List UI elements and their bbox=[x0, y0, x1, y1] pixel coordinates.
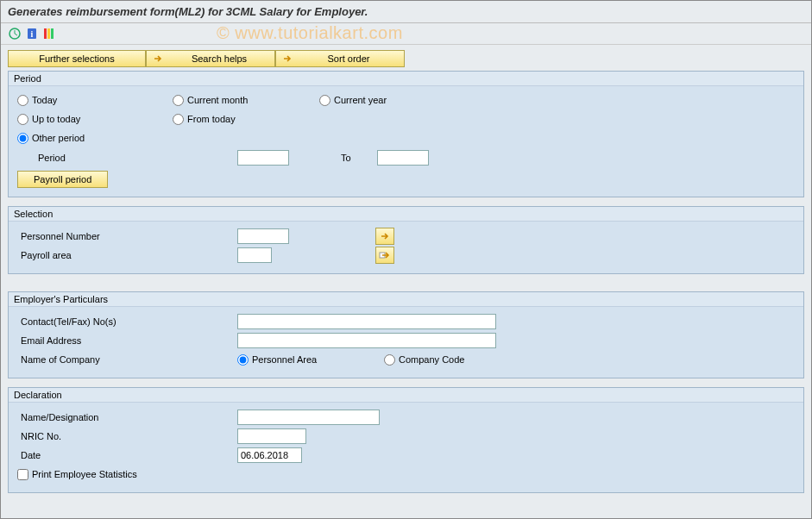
payroll-period-button[interactable]: Payroll period bbox=[17, 171, 108, 188]
color-bars-icon[interactable] bbox=[42, 27, 56, 41]
arrow-right-filled-icon bbox=[379, 249, 391, 261]
personnel-number-input[interactable] bbox=[237, 228, 289, 244]
radio-company-code-label: Company Code bbox=[399, 354, 464, 365]
print-stats-label: Print Employee Statistics bbox=[32, 469, 137, 479]
payroll-area-label: Payroll area bbox=[17, 250, 237, 260]
period-to-input[interactable] bbox=[377, 150, 429, 166]
radio-up-to-today-input[interactable] bbox=[17, 114, 28, 125]
radio-personnel-area-label: Personnel Area bbox=[252, 354, 317, 365]
period-group: Period Today Current month bbox=[8, 71, 804, 197]
contact-label: Contact(Tel/Fax) No(s) bbox=[17, 316, 237, 327]
declaration-group: Declaration Name/Designation NRIC No. Da… bbox=[8, 387, 804, 493]
svg-rect-7 bbox=[51, 28, 54, 39]
svg-text:i: i bbox=[31, 29, 34, 39]
radio-company-code-input[interactable] bbox=[384, 354, 395, 366]
svg-rect-6 bbox=[47, 28, 50, 39]
print-stats-input[interactable] bbox=[17, 469, 28, 480]
date-input[interactable] bbox=[237, 447, 302, 463]
radio-other-period-input[interactable] bbox=[17, 133, 28, 144]
info-icon[interactable]: i bbox=[25, 27, 39, 41]
selection-group: Selection Personnel Number Payroll area bbox=[8, 206, 804, 274]
radio-current-year[interactable]: Current year bbox=[319, 95, 387, 106]
radio-current-year-label: Current year bbox=[334, 95, 387, 105]
window-title: Generates reimbursement form(ML2) for 3C… bbox=[8, 5, 368, 18]
payroll-area-multi-button[interactable] bbox=[375, 247, 394, 264]
period-to-label: To bbox=[341, 153, 351, 163]
email-input[interactable] bbox=[237, 333, 496, 348]
further-selections-button[interactable]: Further selections bbox=[8, 50, 146, 67]
arrow-right-icon bbox=[281, 53, 293, 65]
radio-current-month-input[interactable] bbox=[173, 95, 184, 106]
search-helps-button[interactable]: Search helps bbox=[146, 50, 275, 67]
radio-other-period-label: Other period bbox=[32, 133, 85, 143]
personnel-number-label: Personnel Number bbox=[17, 231, 237, 241]
radio-from-today-label: From today bbox=[187, 114, 236, 124]
radio-today-label: Today bbox=[32, 95, 57, 105]
arrow-right-icon bbox=[152, 53, 164, 65]
selection-toolbar: Further selections Search helps Sort ord… bbox=[8, 50, 804, 67]
svg-line-2 bbox=[15, 34, 17, 35]
title-bar: Generates reimbursement form(ML2) for 3C… bbox=[1, 1, 811, 23]
arrow-right-icon bbox=[379, 230, 391, 242]
radio-today-input[interactable] bbox=[17, 95, 28, 106]
employer-title: Employer's Particulars bbox=[9, 292, 803, 307]
sort-order-label: Sort order bbox=[328, 53, 370, 64]
radio-company-code[interactable]: Company Code bbox=[384, 354, 464, 366]
radio-personnel-area[interactable]: Personnel Area bbox=[237, 354, 384, 366]
radio-current-month-label: Current month bbox=[187, 95, 248, 105]
svg-rect-5 bbox=[44, 28, 47, 39]
period-title: Period bbox=[9, 72, 803, 86]
payroll-period-label: Payroll period bbox=[34, 174, 91, 184]
radio-up-to-today-label: Up to today bbox=[32, 114, 80, 124]
radio-personnel-area-input[interactable] bbox=[237, 354, 249, 366]
nric-input[interactable] bbox=[237, 428, 306, 444]
radio-other-period[interactable]: Other period bbox=[17, 133, 85, 144]
search-helps-label: Search helps bbox=[192, 53, 247, 64]
period-field-label: Period bbox=[17, 153, 237, 163]
radio-current-month[interactable]: Current month bbox=[173, 95, 248, 106]
selection-title: Selection bbox=[9, 207, 803, 222]
personnel-number-multi-button[interactable] bbox=[375, 228, 394, 245]
radio-current-year-input[interactable] bbox=[319, 95, 330, 106]
payroll-area-input[interactable] bbox=[237, 247, 272, 263]
contact-input[interactable] bbox=[237, 314, 496, 329]
further-selections-label: Further selections bbox=[39, 53, 114, 64]
employer-group: Employer's Particulars Contact(Tel/Fax) … bbox=[8, 291, 804, 378]
declaration-title: Declaration bbox=[9, 388, 803, 403]
radio-from-today[interactable]: From today bbox=[173, 114, 236, 125]
radio-today[interactable]: Today bbox=[17, 95, 57, 106]
name-designation-label: Name/Designation bbox=[17, 412, 237, 422]
radio-up-to-today[interactable]: Up to today bbox=[17, 114, 80, 125]
app-toolbar: i bbox=[1, 23, 811, 45]
date-label: Date bbox=[17, 450, 237, 460]
period-from-input[interactable] bbox=[237, 150, 289, 166]
name-designation-input[interactable] bbox=[237, 410, 380, 425]
print-stats-checkbox[interactable]: Print Employee Statistics bbox=[17, 469, 137, 480]
nric-label: NRIC No. bbox=[17, 431, 237, 441]
company-label: Name of Company bbox=[17, 354, 237, 365]
radio-from-today-input[interactable] bbox=[173, 114, 184, 125]
sap-window: Generates reimbursement form(ML2) for 3C… bbox=[0, 0, 812, 519]
sort-order-button[interactable]: Sort order bbox=[275, 50, 405, 67]
execute-icon[interactable] bbox=[8, 27, 22, 41]
content-area: Further selections Search helps Sort ord… bbox=[1, 45, 811, 507]
email-label: Email Address bbox=[17, 335, 237, 346]
